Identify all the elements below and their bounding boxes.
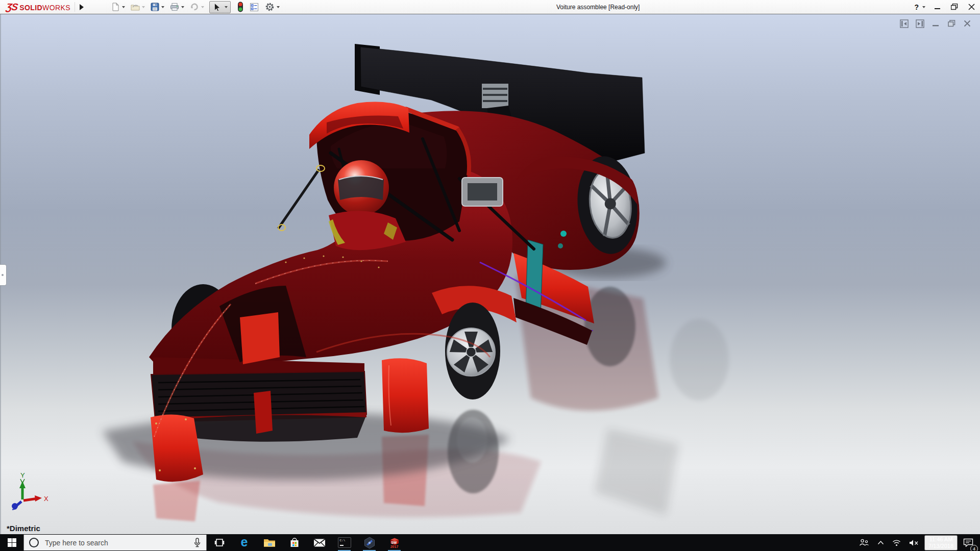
volume-muted-icon (909, 539, 919, 546)
save-button[interactable] (150, 2, 160, 12)
chevron-down-icon[interactable] (181, 6, 184, 8)
windows-taskbar: e (0, 534, 980, 551)
restore-icon (948, 20, 955, 27)
helmet-visor (338, 176, 384, 200)
search-input[interactable] (44, 538, 188, 547)
show-hidden-icons-button[interactable] (875, 534, 887, 551)
chevron-down-icon[interactable] (122, 6, 125, 8)
chevron-down-icon[interactable] (201, 6, 204, 8)
traffic-light-icon (237, 2, 243, 12)
expand-arrow-icon (80, 4, 84, 10)
chevron-up-icon (877, 540, 884, 545)
task-view-icon (214, 538, 225, 547)
svg-text:SW: SW (391, 541, 397, 544)
taskbar-search[interactable] (23, 535, 207, 550)
hexagon-app-button[interactable] (357, 534, 382, 551)
people-button[interactable] (856, 534, 872, 551)
save-floppy-icon (151, 3, 159, 11)
minimize-icon (933, 20, 939, 27)
collapse-right-button[interactable] (915, 19, 924, 28)
doc-close-button[interactable] (963, 19, 972, 28)
standard-toolbar (111, 1, 284, 13)
panel-collapse-tab[interactable] (0, 264, 7, 286)
select-cursor-icon (212, 3, 220, 12)
race-car (149, 44, 645, 482)
solidworks-logo: ƷS SOLIDWORKS (6, 2, 70, 13)
title-bar: ƷS SOLIDWORKS (0, 0, 980, 14)
windows-logo-icon (8, 538, 16, 547)
minimize-button[interactable] (933, 3, 942, 12)
open-button[interactable] (130, 2, 140, 12)
action-center-button[interactable]: 4 (961, 534, 976, 551)
graphics-viewport[interactable]: Y X *Dimetric (0, 14, 980, 534)
center-fin-red (254, 391, 273, 434)
mail-button[interactable] (307, 534, 332, 551)
wifi-icon (892, 539, 901, 546)
file-properties-icon (250, 3, 259, 12)
file-properties-button[interactable] (249, 2, 259, 12)
front-right-wheel (445, 303, 500, 399)
hexagon-app-icon (363, 537, 376, 549)
collapse-left-button[interactable] (899, 19, 909, 28)
print-icon (170, 3, 179, 11)
print-button[interactable] (169, 2, 180, 12)
chevron-down-icon[interactable] (142, 6, 145, 8)
panel-right-icon (916, 19, 924, 28)
store-button[interactable] (282, 534, 307, 551)
chevron-down-icon[interactable] (225, 6, 228, 8)
restore-button[interactable] (950, 3, 959, 12)
triad-x-label: X (44, 495, 48, 503)
doc-restore-button[interactable] (947, 19, 956, 28)
chevron-down-icon[interactable] (161, 6, 164, 8)
options-button[interactable] (264, 2, 275, 12)
task-view-button[interactable] (207, 534, 232, 551)
mail-icon (313, 538, 326, 547)
new-document-icon (111, 3, 120, 11)
start-button[interactable] (0, 534, 23, 551)
mirror-stalk (278, 169, 319, 229)
doc-minimize-button[interactable] (931, 19, 940, 28)
help-icon: ? (914, 3, 919, 11)
microphone-icon[interactable] (193, 538, 201, 548)
solidworks-taskbar-button[interactable]: SW 2017 (382, 534, 407, 551)
open-folder-icon (131, 3, 140, 11)
orientation-triad: Y X (8, 471, 49, 512)
window-title: Voiture assomblee [Read-only] (556, 0, 640, 14)
divider (75, 2, 75, 12)
inner-red-panel (240, 312, 280, 364)
file-explorer-icon (263, 538, 276, 548)
undo-arrow-icon (190, 3, 199, 11)
system-tray: 11:46 AM 7/13/2018 4 (856, 534, 980, 551)
solidworks-window: ƷS SOLIDWORKS (0, 0, 980, 551)
volume-muted-button[interactable] (906, 534, 921, 551)
triad-y-label: Y (20, 471, 25, 479)
cortana-icon (29, 538, 39, 547)
close-icon (968, 4, 975, 10)
toolbar-expand-button[interactable] (77, 2, 86, 13)
people-icon (859, 539, 869, 546)
solidworks-logo-text-bold: SOLID (19, 4, 42, 12)
tray-time: 11:46 AM (928, 536, 953, 543)
edge-button[interactable]: e (232, 534, 257, 551)
command-prompt-button[interactable]: C:\ (332, 534, 357, 551)
edge-icon: e (241, 536, 248, 548)
restore-icon (951, 4, 958, 10)
panel-left-icon (900, 19, 909, 28)
undo-button[interactable] (189, 2, 200, 12)
solidworks-app-icon: SW 2017 (389, 537, 400, 548)
chevron-down-icon[interactable] (277, 6, 280, 8)
window-controls: ? (914, 0, 976, 14)
new-document-button[interactable] (111, 2, 120, 12)
close-icon (964, 20, 971, 27)
file-explorer-button[interactable] (257, 534, 282, 551)
tray-date: 7/13/2018 (928, 543, 953, 549)
select-tool-active[interactable] (209, 1, 231, 13)
close-button[interactable] (967, 3, 976, 12)
rebuild-button[interactable] (237, 1, 244, 13)
car-3d-model (0, 14, 980, 534)
wifi-button[interactable] (890, 534, 903, 551)
command-prompt-icon: C:\ (338, 537, 351, 548)
solidworks-logo-text-light: WORKS (42, 4, 70, 12)
clock[interactable]: 11:46 AM 7/13/2018 (924, 535, 958, 550)
help-button[interactable]: ? (914, 3, 925, 11)
